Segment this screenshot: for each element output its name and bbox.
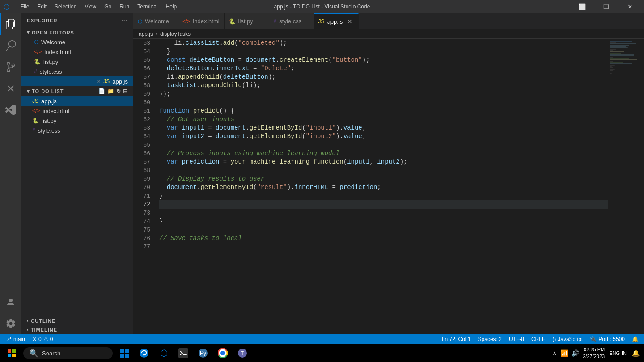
menu-go[interactable]: Go	[101, 3, 115, 11]
style-tab-icon: #	[274, 18, 277, 25]
open-editor-list-py[interactable]: 🐍 list.py	[21, 57, 133, 67]
ln-60: 60	[133, 98, 150, 107]
taskbar-terminal[interactable]	[175, 345, 191, 361]
todo-file-style-css[interactable]: # style.css	[21, 126, 133, 135]
tray-notification-icon[interactable]: 🔔	[631, 349, 640, 358]
menu-help[interactable]: Help	[162, 3, 181, 11]
start-button[interactable]	[4, 345, 20, 361]
status-right: Ln 72, Col 1 Spaces: 2 UTF-8 CRLF () Jav…	[440, 334, 640, 344]
code-line-53: li.classList.add("completed");	[159, 39, 608, 47]
explorer-title: EXPLORER	[27, 18, 58, 23]
activity-account[interactable]	[0, 291, 21, 313]
status-left: ⎇ main ✕ 0 ⚠ 0	[4, 334, 55, 344]
activity-explorer[interactable]	[0, 13, 21, 35]
todo-list-label: TO DO LIST	[32, 88, 64, 94]
menu-edit[interactable]: Edit	[34, 3, 50, 11]
tray-network-icon[interactable]: 📶	[559, 349, 569, 358]
language-indicator[interactable]: ENG IN	[607, 348, 628, 358]
spaces-status[interactable]: Spaces: 2	[476, 334, 504, 344]
ln-54: 54	[133, 47, 150, 56]
taskbar-app-8[interactable]: T	[234, 345, 250, 361]
system-clock[interactable]: 02:25 PM 2/27/2023	[583, 346, 605, 360]
todo-file-list-py[interactable]: 🐍 list.py	[21, 116, 133, 126]
refresh-icon-todo[interactable]: ↻	[116, 88, 121, 94]
tab-index-html[interactable]: </> index.html	[178, 13, 225, 29]
html-todo-icon: </>	[32, 108, 40, 114]
menu-view[interactable]: View	[81, 3, 100, 11]
menu-selection[interactable]: Selection	[51, 3, 80, 11]
outline-section[interactable]: › OUTLINE	[21, 316, 133, 325]
ln-55: 55	[133, 56, 150, 64]
open-editor-welcome[interactable]: ⬡ Welcome	[21, 37, 133, 47]
todo-file-index-html[interactable]: </> index.html	[21, 106, 133, 116]
code-line-58: taskList.appendChild(li);	[159, 81, 608, 90]
vscode-logo-icon: ⬡	[4, 3, 10, 11]
line-numbers: 53 54 55 56 57 58 59 60 61 62 63 64 65 6…	[133, 39, 156, 334]
open-editors-header[interactable]: ▾ OPEN EDITORS	[21, 28, 133, 37]
minimize-button[interactable]: ⬜	[572, 0, 592, 13]
line-ending-status[interactable]: CRLF	[530, 334, 547, 344]
ln-65: 65	[133, 141, 150, 149]
collapse-icon-todo[interactable]: ⊟	[123, 88, 128, 94]
maximize-button[interactable]: ❑	[596, 0, 616, 13]
activity-settings[interactable]	[0, 313, 21, 334]
svg-text:T: T	[241, 351, 244, 356]
errors-status[interactable]: ✕ 0 ⚠ 0	[30, 334, 55, 344]
language-status[interactable]: () JavaScript	[551, 334, 585, 344]
taskbar-vscode[interactable]: ⬡	[156, 345, 172, 361]
timeline-section[interactable]: › TIMELINE	[21, 325, 133, 334]
notifications-status[interactable]: 🔔	[630, 334, 640, 344]
tab-list-py[interactable]: 🐍 list.py	[225, 13, 269, 29]
open-editor-app-js[interactable]: ✕ JS app.js	[21, 76, 133, 86]
taskbar-chrome[interactable]	[215, 345, 231, 361]
tray-up-icon[interactable]: ∧	[551, 349, 558, 358]
todo-style-name: style.css	[38, 127, 60, 134]
taskbar-search[interactable]: 🔍 Search	[23, 347, 113, 359]
error-icon: ✕	[32, 336, 37, 342]
taskbar-edge[interactable]	[136, 345, 152, 361]
open-editor-index-html[interactable]: </> index.html	[21, 47, 133, 57]
tab-app-js[interactable]: JS app.js ✕	[314, 13, 359, 29]
html-file-icon: </>	[34, 49, 42, 55]
taskbar-left: 🔍 Search ⬡	[4, 345, 250, 361]
cursor-position[interactable]: Ln 72, Col 1	[440, 334, 473, 344]
ln-77: 77	[133, 243, 150, 251]
close-editor-icon[interactable]: ✕	[97, 79, 101, 84]
ln-74: 74	[133, 217, 150, 226]
svg-text:Py: Py	[200, 350, 206, 356]
vscode-file-icon: ⬡	[34, 39, 38, 45]
new-folder-icon-todo[interactable]: 📁	[107, 88, 114, 94]
menu-run[interactable]: Run	[116, 3, 133, 11]
close-button[interactable]: ✕	[620, 0, 640, 13]
tray-speaker-icon[interactable]: 🔊	[571, 349, 580, 358]
taskbar-file-explorer[interactable]	[116, 345, 132, 361]
code-line-59: });	[159, 90, 608, 98]
tab-style-css[interactable]: # style.css	[269, 13, 314, 29]
activity-source-control[interactable]	[0, 56, 21, 78]
code-editor[interactable]: 53 54 55 56 57 58 59 60 61 62 63 64 65 6…	[133, 39, 608, 334]
breadcrumb-symbol[interactable]: displayTasks	[160, 31, 191, 37]
todo-list-header[interactable]: ▾ TO DO LIST 📄 📁 ↻ ⊟	[21, 86, 133, 96]
encoding-status[interactable]: UTF-8	[507, 334, 526, 344]
breadcrumb: app.js › displayTasks	[133, 29, 644, 39]
new-file-icon-todo[interactable]: 📄	[98, 88, 106, 94]
menu-file[interactable]: File	[17, 3, 33, 11]
activity-extensions[interactable]	[0, 99, 21, 121]
breadcrumb-file[interactable]: app.js	[139, 31, 153, 37]
activity-debug[interactable]	[0, 78, 21, 99]
tab-welcome[interactable]: ⬡ Welcome	[133, 13, 178, 29]
new-file-icon[interactable]: ⋯	[121, 17, 128, 24]
code-content[interactable]: li.classList.add("completed"); } const d…	[156, 39, 608, 334]
tab-close-icon[interactable]: ✕	[347, 18, 352, 25]
git-branch-status[interactable]: ⎇ main	[4, 334, 27, 344]
todo-file-app-js[interactable]: JS app.js	[21, 96, 133, 106]
code-line-75	[159, 226, 608, 234]
open-editor-style-css[interactable]: # style.css	[21, 67, 133, 76]
menu-terminal[interactable]: Terminal	[134, 3, 161, 11]
activity-search[interactable]	[0, 35, 21, 56]
port-status[interactable]: 🔌 Port : 5500	[588, 334, 627, 344]
js-file-icon: JS	[103, 78, 110, 84]
chevron-right-icon-timeline: ›	[27, 327, 29, 333]
taskbar-python[interactable]: Py	[195, 345, 211, 361]
welcome-tab-icon: ⬡	[138, 18, 142, 25]
